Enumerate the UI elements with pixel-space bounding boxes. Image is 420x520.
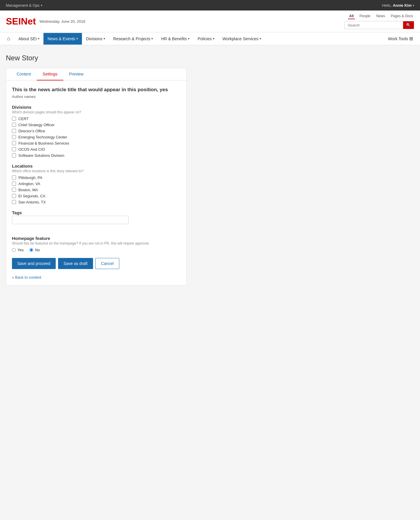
divisions-label: Divisions — [12, 105, 181, 110]
location-el-segundo[interactable]: El Segundo, CA — [12, 194, 181, 198]
division-directors-office-checkbox[interactable] — [12, 129, 16, 133]
user-menu[interactable]: Hello, Annie Kim ▾ — [382, 3, 414, 8]
location-arlington-label: Arlington, VA — [18, 182, 40, 186]
division-cert-label: CERT — [18, 117, 29, 121]
search-box: 🔍 — [344, 21, 414, 29]
hello-text: Hello, — [382, 3, 391, 8]
radio-no[interactable]: No — [29, 248, 40, 252]
division-ocos-cio[interactable]: OCOS And CIO — [12, 147, 181, 152]
nav-work-tools-label: Work Tools — [388, 36, 408, 41]
division-ocos-cio-label: OCOS And CIO — [18, 147, 45, 152]
news-events-chevron-icon: ▾ — [76, 37, 78, 40]
radio-yes-input[interactable] — [12, 248, 16, 252]
nav-hr-benefits[interactable]: HR & Benefits ▾ — [157, 33, 193, 45]
logo[interactable]: SEINet — [6, 16, 36, 27]
division-cert[interactable]: CERT — [12, 117, 181, 121]
location-pittsburgh[interactable]: Pittsburgh, PA — [12, 175, 181, 180]
location-arlington-checkbox[interactable] — [12, 182, 16, 186]
location-san-antonio[interactable]: San Antonio, TX — [12, 200, 181, 204]
page-title: New Story — [6, 54, 414, 62]
hr-chevron-icon: ▾ — [188, 37, 189, 40]
location-el-segundo-checkbox[interactable] — [12, 194, 16, 198]
division-cso[interactable]: Chief Strategy Officer — [12, 123, 181, 127]
location-san-antonio-label: San Antonio, TX — [18, 200, 46, 204]
nav-policies[interactable]: Policies ▾ — [193, 33, 218, 45]
logo-area: SEINet Wednesday, June 20, 2018 — [6, 16, 85, 27]
nav-divisions[interactable]: Divisions ▾ — [82, 33, 109, 45]
locations-label: Locations — [12, 164, 181, 168]
division-etc-label: Emerging Technology Center — [18, 135, 67, 139]
header: SEINet Wednesday, June 20, 2018 All Peop… — [0, 10, 420, 32]
nav-home[interactable]: ⌂ — [3, 33, 14, 45]
about-sei-chevron-icon: ▾ — [38, 37, 39, 40]
research-chevron-icon: ▾ — [151, 37, 153, 40]
division-directors-office-label: Director's Office — [18, 129, 45, 133]
location-pittsburgh-label: Pittsburgh, PA — [18, 175, 42, 180]
division-etc[interactable]: Emerging Technology Center — [12, 135, 181, 139]
homepage-feature-hint: Should this be featured on the homepage?… — [12, 241, 181, 245]
homepage-feature-section: Homepage feature Should this be featured… — [12, 236, 181, 252]
save-draft-button[interactable]: Save as draft — [58, 258, 93, 269]
location-arlington[interactable]: Arlington, VA — [12, 182, 181, 186]
search-area: All People News Pages & Docs 🔍 — [344, 13, 414, 29]
divisions-chevron-icon: ▾ — [104, 37, 105, 40]
tab-settings[interactable]: Settings — [37, 68, 63, 80]
cancel-button[interactable]: Cancel — [95, 258, 119, 269]
division-directors-office[interactable]: Director's Office — [12, 129, 181, 133]
mgmt-ops-chevron-icon: ▾ — [41, 4, 42, 7]
location-pittsburgh-checkbox[interactable] — [12, 175, 16, 180]
form-tabs: Content Settings Preview — [6, 68, 186, 80]
tab-content[interactable]: Content — [11, 68, 37, 80]
search-button[interactable]: 🔍 — [403, 21, 414, 29]
search-input[interactable] — [345, 22, 403, 29]
nav-about-sei[interactable]: About SEI ▾ — [14, 33, 43, 45]
nav-news-events[interactable]: News & Events ▾ — [43, 33, 82, 45]
search-tab-pages-docs[interactable]: Pages & Docs — [390, 13, 414, 19]
nav-research-projects[interactable]: Research & Projects ▾ — [109, 33, 157, 45]
logo-sei: SEI — [6, 16, 21, 27]
save-proceed-button[interactable]: Save and proceed — [12, 258, 56, 269]
mgmt-ops-menu[interactable]: Management & Ops ▾ — [6, 3, 42, 8]
location-el-segundo-label: El Segundo, CA — [18, 194, 46, 198]
nav-workplace-services[interactable]: Workplace Services ▾ — [218, 33, 265, 45]
search-tab-all[interactable]: All — [348, 13, 355, 19]
search-tab-people[interactable]: People — [358, 13, 372, 19]
division-etc-checkbox[interactable] — [12, 135, 16, 139]
mgmt-ops-label: Management & Ops — [6, 3, 40, 8]
tab-preview[interactable]: Preview — [63, 68, 90, 80]
division-cso-label: Chief Strategy Officer — [18, 123, 55, 127]
division-fbs[interactable]: Financial & Business Services — [12, 141, 181, 145]
nav-news-events-label: News & Events — [48, 36, 75, 41]
division-ssd-checkbox[interactable] — [12, 153, 16, 157]
work-tools-grid-icon: ⊞ — [409, 36, 413, 41]
division-cso-checkbox[interactable] — [12, 123, 16, 127]
nav-about-sei-label: About SEI — [18, 36, 37, 41]
form-body: This is the news article title that woul… — [6, 80, 186, 285]
author-names: Author names — [12, 94, 181, 99]
division-cert-checkbox[interactable] — [12, 117, 16, 121]
location-boston[interactable]: Boston, MA — [12, 188, 181, 192]
homepage-feature-label: Homepage feature — [12, 236, 181, 241]
division-ssd[interactable]: Software Solutions Division — [12, 153, 181, 158]
back-to-content-link[interactable]: « Back to content — [12, 275, 41, 280]
search-filter-tabs: All People News Pages & Docs — [348, 13, 414, 19]
division-fbs-checkbox[interactable] — [12, 141, 16, 145]
tags-input[interactable] — [12, 216, 129, 224]
location-boston-checkbox[interactable] — [12, 188, 16, 192]
top-bar: Management & Ops ▾ Hello, Annie Kim ▾ — [0, 0, 420, 10]
search-tab-news[interactable]: News — [375, 13, 386, 19]
division-ocos-cio-checkbox[interactable] — [12, 147, 16, 151]
nav-research-label: Research & Projects — [113, 36, 150, 41]
form-card: Content Settings Preview This is the new… — [6, 68, 187, 286]
radio-no-input[interactable] — [29, 248, 33, 252]
nav-work-tools[interactable]: Work Tools ⊞ — [384, 32, 417, 45]
location-boston-label: Boston, MA — [18, 188, 38, 192]
page-content: New Story Content Settings Preview This … — [0, 45, 420, 294]
policies-chevron-icon: ▾ — [213, 37, 214, 40]
article-title: This is the news article title that woul… — [12, 86, 181, 93]
nav-hr-label: HR & Benefits — [161, 36, 187, 41]
workplace-chevron-icon: ▾ — [260, 37, 261, 40]
radio-yes[interactable]: Yes — [12, 248, 24, 252]
tags-section: Tags — [12, 210, 181, 230]
location-san-antonio-checkbox[interactable] — [12, 200, 16, 204]
